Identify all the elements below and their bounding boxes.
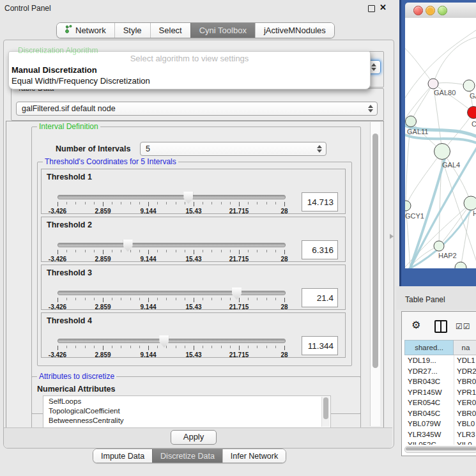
columns-icon[interactable] [434,320,447,333]
tick-minor [94,346,95,348]
network-node-gal11[interactable] [406,116,417,127]
cell-shared-name[interactable]: YBL079W [404,418,454,429]
cell-name[interactable]: YBR0 [454,376,476,387]
cell-shared-name[interactable]: YBR043C [404,376,454,387]
apply-button[interactable]: Apply [171,430,217,445]
cell-shared-name[interactable]: YER054C [404,397,454,408]
cell-shared-name[interactable]: YDL19... [404,355,454,366]
network-window-titlebar [405,3,476,19]
slider-track[interactable] [58,243,286,247]
tick-minor [157,250,158,252]
tick-minor [185,250,185,252]
table-row[interactable]: YPR145WYPR1 [404,387,476,398]
table-row[interactable]: YBL079WYBL0 [404,418,476,429]
slider-track[interactable] [58,291,286,295]
tick-label: 9.144 [140,256,156,263]
tab-network[interactable]: Network [57,23,114,38]
slider-thumb[interactable] [123,240,133,252]
tabledata-combo[interactable]: galFiltered.sif default node [16,102,378,116]
tab-select[interactable]: Select [150,23,190,38]
numerical-attributes-label: Numerical Attributes [37,385,115,394]
tab-label: Cyni Toolbox [199,26,247,35]
tab-infer-network[interactable]: Infer Network [222,449,286,463]
network-node-bottom-partial[interactable] [455,262,466,268]
dropdown-item-manual[interactable]: Manual Discretization [9,65,370,75]
slider-track[interactable] [58,339,286,343]
table-row[interactable]: YBR045CYBR0 [404,408,476,419]
tick-minor [166,298,167,300]
tab-jactivemnodules[interactable]: jActiveMNodules [255,23,334,38]
network-node-h-node[interactable] [464,196,476,210]
gear-icon[interactable]: ⚙ [411,320,420,330]
cell-name[interactable]: YDR2 [454,366,476,377]
float-window-icon[interactable] [368,5,375,12]
cell-name[interactable]: YBR0 [454,408,476,419]
num-intervals-combo[interactable]: 5 [140,142,326,156]
tab-impute-data[interactable]: Impute Data [93,449,152,463]
network-node-label: C [472,120,476,128]
cell-name[interactable]: YER0 [454,397,476,408]
threshold-value-field[interactable]: 14.713 [302,192,338,211]
checkbox-icons[interactable]: ☑☑ [456,322,471,331]
attribute-list-item[interactable]: BetweennessCentrality [43,415,330,425]
cell-name[interactable]: YDL1 [454,355,476,366]
zoom-traffic-icon[interactable] [438,6,447,15]
vertical-scrollbar[interactable] [370,122,380,426]
tick-minor [203,250,203,252]
cell-shared-name[interactable]: YPR145W [404,387,454,398]
table-row[interactable]: YBR043CYBR0 [404,376,476,387]
network-canvas[interactable]: GAL80GACGAL11GAL4GCY1HHAP2 [405,18,476,268]
tab-cyni-toolbox[interactable]: Cyni Toolbox [190,23,255,38]
threshold-value-field[interactable]: 11.344 [302,336,338,355]
network-node-gal4[interactable] [434,144,450,160]
threshold-value-field[interactable]: 6.316 [302,240,338,259]
column-header-name[interactable]: na [454,340,476,355]
slider-track[interactable] [58,195,286,199]
tick-major [148,346,149,350]
cell-name[interactable]: YIL0 [454,440,476,445]
tick-label: -3.426 [49,303,66,311]
attributes-list-scrollbar[interactable] [321,397,330,427]
table-row[interactable]: YER054CYER0 [404,397,476,408]
minimize-traffic-icon[interactable] [426,6,435,15]
tick-minor [211,250,212,252]
dropdown-item-equal-width[interactable]: Equal Width/Frequency Discretization [9,75,370,86]
cell-name[interactable]: YBL0 [454,418,476,429]
network-node-gal80[interactable] [428,79,438,89]
splitter-arrow-icon[interactable] [390,234,394,239]
table-row[interactable]: YIL052CYIL0 [404,440,476,445]
horizontal-scrollbar-thumb[interactable] [406,447,476,450]
tab-discretize-data[interactable]: Discretize Data [152,449,222,463]
attribute-list-item[interactable]: SelfLoops [43,396,330,406]
tab-style[interactable]: Style [114,23,150,38]
slider-thumb[interactable] [232,288,242,300]
tick-label: 21.715 [229,303,249,311]
slider-thumb[interactable] [159,335,169,348]
network-node-hap2[interactable] [434,241,444,251]
node-table[interactable]: shared... na YDL19...YDL1YDR27...YDR2YBR… [404,340,476,445]
attributes-scrollbar-thumb[interactable] [323,397,328,419]
horizontal-scrollbar[interactable] [404,446,476,453]
network-node-top-right[interactable] [463,80,475,91]
cell-name[interactable]: YLR3 [454,429,476,440]
attributes-list[interactable]: SelfLoopsTopologicalCoefficientBetweenne… [43,395,331,428]
close-icon[interactable]: ✕ [380,3,387,12]
threshold-panel-4: Threshold 4-3.4262.8599.14415.4321.71528… [41,312,346,358]
table-row[interactable]: YLR345WYLR3 [404,429,476,440]
table-row[interactable]: YDR27...YDR2 [404,366,476,377]
attribute-list-item[interactable]: TopologicalCoefficient [43,406,330,415]
close-traffic-icon[interactable] [413,6,423,15]
cell-shared-name[interactable]: YBR045C [404,408,454,419]
thresholds-group-label: Threshold's Coordinates for 5 Intervals [43,158,178,166]
cell-shared-name[interactable]: YLR345W [404,429,454,440]
scrollbar-thumb[interactable] [372,134,378,368]
cell-shared-name[interactable]: YIL052C [404,440,454,445]
threshold-value-field[interactable]: 21.4 [302,288,338,307]
cell-shared-name[interactable]: YDR27... [404,366,454,377]
cell-name[interactable]: YPR1 [454,387,476,398]
network-node-red-node[interactable] [468,107,476,119]
table-row[interactable]: YDL19...YDL1 [404,355,476,366]
column-header-shared-name[interactable]: shared... [404,340,454,355]
tick-label: -3.426 [49,208,66,215]
network-node-gcy1[interactable] [405,201,411,211]
